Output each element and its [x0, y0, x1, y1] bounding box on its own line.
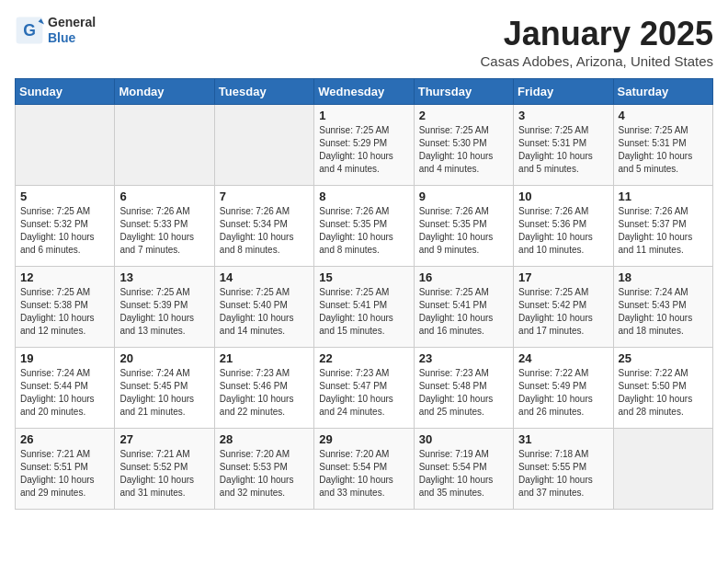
day-number: 16 [419, 270, 508, 284]
day-info: Sunrise: 7:18 AM Sunset: 5:55 PM Dayligh… [518, 448, 608, 500]
calendar-cell: 15Sunrise: 7:25 AM Sunset: 5:41 PM Dayli… [314, 267, 414, 348]
day-info: Sunrise: 7:24 AM Sunset: 5:45 PM Dayligh… [119, 367, 209, 419]
day-number: 23 [419, 351, 508, 365]
day-info: Sunrise: 7:21 AM Sunset: 5:52 PM Dayligh… [119, 448, 209, 500]
day-info: Sunrise: 7:21 AM Sunset: 5:51 PM Dayligh… [20, 448, 109, 500]
calendar-cell: 5Sunrise: 7:25 AM Sunset: 5:32 PM Daylig… [16, 186, 115, 267]
calendar-cell: 19Sunrise: 7:24 AM Sunset: 5:44 PM Dayli… [16, 348, 115, 429]
calendar-cell: 6Sunrise: 7:26 AM Sunset: 5:33 PM Daylig… [115, 186, 214, 267]
calendar-cell: 20Sunrise: 7:24 AM Sunset: 5:45 PM Dayli… [115, 348, 214, 429]
calendar-week-row: 26Sunrise: 7:21 AM Sunset: 5:51 PM Dayli… [16, 429, 713, 510]
day-number: 8 [319, 190, 408, 203]
day-number: 13 [119, 270, 209, 284]
calendar-cell: 9Sunrise: 7:26 AM Sunset: 5:35 PM Daylig… [414, 186, 513, 267]
day-number: 20 [119, 351, 209, 365]
day-info: Sunrise: 7:26 AM Sunset: 5:36 PM Dayligh… [518, 205, 608, 257]
calendar-cell: 21Sunrise: 7:23 AM Sunset: 5:46 PM Dayli… [214, 348, 313, 429]
calendar-week-row: 1Sunrise: 7:25 AM Sunset: 5:29 PM Daylig… [16, 105, 713, 186]
day-info: Sunrise: 7:25 AM Sunset: 5:29 PM Dayligh… [319, 124, 408, 176]
calendar-cell: 8Sunrise: 7:26 AM Sunset: 5:35 PM Daylig… [314, 186, 414, 267]
weekday-header-row: SundayMondayTuesdayWednesdayThursdayFrid… [16, 79, 713, 105]
day-info: Sunrise: 7:24 AM Sunset: 5:44 PM Dayligh… [20, 367, 109, 419]
day-info: Sunrise: 7:20 AM Sunset: 5:53 PM Dayligh… [220, 448, 309, 500]
day-info: Sunrise: 7:26 AM Sunset: 5:35 PM Dayligh… [319, 205, 408, 257]
calendar-cell: 10Sunrise: 7:26 AM Sunset: 5:36 PM Dayli… [514, 186, 613, 267]
calendar-cell: 25Sunrise: 7:22 AM Sunset: 5:50 PM Dayli… [613, 348, 712, 429]
day-number: 7 [220, 190, 309, 203]
day-info: Sunrise: 7:26 AM Sunset: 5:33 PM Dayligh… [119, 205, 209, 257]
day-info: Sunrise: 7:25 AM Sunset: 5:31 PM Dayligh… [518, 124, 608, 176]
day-info: Sunrise: 7:22 AM Sunset: 5:50 PM Dayligh… [619, 367, 708, 419]
day-number: 11 [619, 190, 708, 203]
weekday-header-sunday: Sunday [16, 79, 115, 105]
day-number: 1 [319, 109, 408, 122]
day-number: 18 [619, 270, 708, 284]
day-number: 4 [619, 109, 708, 122]
svg-text:G: G [23, 21, 36, 40]
day-number: 30 [419, 432, 508, 446]
calendar-cell: 18Sunrise: 7:24 AM Sunset: 5:43 PM Dayli… [613, 267, 712, 348]
day-number: 26 [20, 432, 109, 446]
day-number: 27 [119, 432, 209, 446]
calendar-cell: 7Sunrise: 7:26 AM Sunset: 5:34 PM Daylig… [214, 186, 313, 267]
weekday-header-saturday: Saturday [613, 79, 712, 105]
day-info: Sunrise: 7:25 AM Sunset: 5:40 PM Dayligh… [220, 286, 309, 338]
day-number: 24 [518, 351, 608, 365]
day-number: 5 [20, 190, 109, 203]
weekday-header-tuesday: Tuesday [214, 79, 313, 105]
day-number: 17 [518, 270, 608, 284]
calendar-cell: 30Sunrise: 7:19 AM Sunset: 5:54 PM Dayli… [414, 429, 513, 510]
day-number: 2 [419, 109, 508, 122]
day-info: Sunrise: 7:25 AM Sunset: 5:39 PM Dayligh… [119, 286, 209, 338]
day-info: Sunrise: 7:26 AM Sunset: 5:35 PM Dayligh… [419, 205, 508, 257]
calendar-cell: 13Sunrise: 7:25 AM Sunset: 5:39 PM Dayli… [115, 267, 214, 348]
day-number: 29 [319, 432, 408, 446]
calendar-cell: 11Sunrise: 7:26 AM Sunset: 5:37 PM Dayli… [613, 186, 712, 267]
weekday-header-monday: Monday [115, 79, 214, 105]
weekday-header-wednesday: Wednesday [314, 79, 414, 105]
day-info: Sunrise: 7:25 AM Sunset: 5:38 PM Dayligh… [20, 286, 109, 338]
calendar-week-row: 5Sunrise: 7:25 AM Sunset: 5:32 PM Daylig… [16, 186, 713, 267]
day-number: 31 [518, 432, 608, 446]
day-number: 3 [518, 109, 608, 122]
calendar-cell: 24Sunrise: 7:22 AM Sunset: 5:49 PM Dayli… [514, 348, 613, 429]
day-number: 22 [319, 351, 408, 365]
calendar-cell [214, 105, 313, 186]
calendar-cell: 16Sunrise: 7:25 AM Sunset: 5:41 PM Dayli… [414, 267, 513, 348]
calendar-week-row: 19Sunrise: 7:24 AM Sunset: 5:44 PM Dayli… [16, 348, 713, 429]
day-number: 19 [20, 351, 109, 365]
day-info: Sunrise: 7:23 AM Sunset: 5:46 PM Dayligh… [220, 367, 309, 419]
calendar-cell: 2Sunrise: 7:25 AM Sunset: 5:30 PM Daylig… [414, 105, 513, 186]
day-info: Sunrise: 7:23 AM Sunset: 5:47 PM Dayligh… [319, 367, 408, 419]
calendar-cell: 17Sunrise: 7:25 AM Sunset: 5:42 PM Dayli… [514, 267, 613, 348]
calendar-cell: 27Sunrise: 7:21 AM Sunset: 5:52 PM Dayli… [115, 429, 214, 510]
weekday-header-thursday: Thursday [414, 79, 513, 105]
calendar-subtitle: Casas Adobes, Arizona, United States [481, 53, 713, 69]
day-number: 15 [319, 270, 408, 284]
day-number: 21 [220, 351, 309, 365]
day-number: 28 [220, 432, 309, 446]
day-number: 9 [419, 190, 508, 203]
calendar-cell: 3Sunrise: 7:25 AM Sunset: 5:31 PM Daylig… [514, 105, 613, 186]
day-info: Sunrise: 7:25 AM Sunset: 5:42 PM Dayligh… [518, 286, 608, 338]
day-info: Sunrise: 7:26 AM Sunset: 5:34 PM Dayligh… [220, 205, 309, 257]
calendar-cell [613, 429, 712, 510]
calendar-cell: 1Sunrise: 7:25 AM Sunset: 5:29 PM Daylig… [314, 105, 414, 186]
day-number: 12 [20, 270, 109, 284]
calendar-table: SundayMondayTuesdayWednesdayThursdayFrid… [15, 78, 713, 510]
day-info: Sunrise: 7:25 AM Sunset: 5:32 PM Dayligh… [20, 205, 109, 257]
page-header: G General Blue January 2025 Casas Adobes… [15, 15, 713, 69]
day-info: Sunrise: 7:25 AM Sunset: 5:41 PM Dayligh… [319, 286, 408, 338]
calendar-cell [115, 105, 214, 186]
calendar-cell: 22Sunrise: 7:23 AM Sunset: 5:47 PM Dayli… [314, 348, 414, 429]
calendar-cell: 12Sunrise: 7:25 AM Sunset: 5:38 PM Dayli… [16, 267, 115, 348]
calendar-cell: 23Sunrise: 7:23 AM Sunset: 5:48 PM Dayli… [414, 348, 513, 429]
calendar-cell [16, 105, 115, 186]
calendar-cell: 31Sunrise: 7:18 AM Sunset: 5:55 PM Dayli… [514, 429, 613, 510]
logo-icon: G [15, 16, 44, 45]
calendar-title: January 2025 [481, 15, 713, 53]
calendar-cell: 26Sunrise: 7:21 AM Sunset: 5:51 PM Dayli… [16, 429, 115, 510]
logo-text: General Blue [48, 15, 96, 46]
calendar-week-row: 12Sunrise: 7:25 AM Sunset: 5:38 PM Dayli… [16, 267, 713, 348]
calendar-cell: 4Sunrise: 7:25 AM Sunset: 5:31 PM Daylig… [613, 105, 712, 186]
